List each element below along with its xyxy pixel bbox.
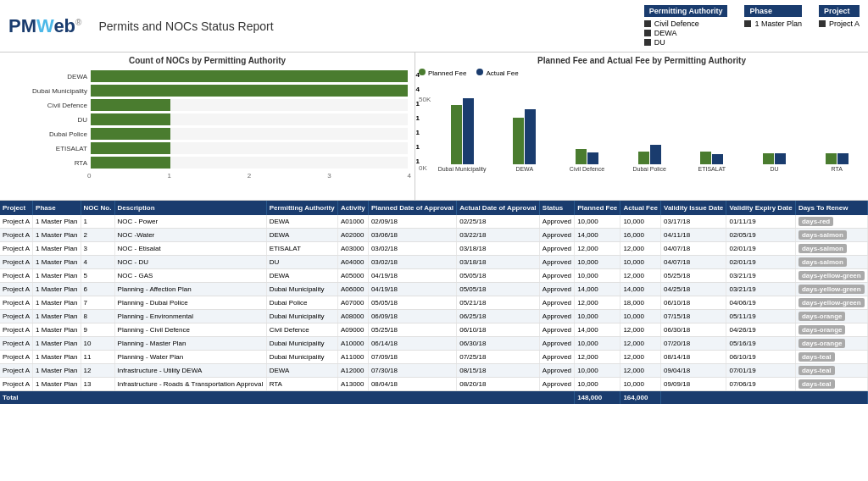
cell-7: 08/15/18 bbox=[457, 364, 540, 378]
bar-chart-left: DEWA 4 Dubai Municipality 4 Civil Defenc… bbox=[3, 69, 411, 170]
cell-11: 06/30/18 bbox=[660, 323, 726, 337]
bar-fill bbox=[91, 70, 408, 82]
cell-1: 1 Master Plan bbox=[33, 283, 81, 296]
cell-2: 8 bbox=[81, 310, 114, 323]
cell-3: Planning - Affection Plan bbox=[114, 283, 266, 296]
checkbox-civil-defence[interactable] bbox=[644, 20, 651, 27]
cell-8: Approved bbox=[539, 378, 574, 391]
footer-actual-fee: 164,000 bbox=[620, 391, 661, 405]
cell-12: 03/21/19 bbox=[726, 269, 795, 283]
cell-11: 09/09/18 bbox=[660, 378, 726, 391]
checkbox-du[interactable] bbox=[644, 39, 651, 46]
cell-0: Project A bbox=[0, 283, 33, 296]
cell-3: Planning - Water Plan bbox=[114, 351, 266, 364]
filter-project-a[interactable]: Project A bbox=[819, 19, 860, 28]
filters-area: Permitting Authority Civil Defence DEWA … bbox=[644, 5, 860, 47]
bar-group: ETISALAT bbox=[684, 152, 740, 172]
table-section[interactable]: Project Phase NOC No. Description Permit… bbox=[0, 201, 868, 481]
bar-group-pair bbox=[513, 109, 536, 164]
bar-group-label: Civil Defence bbox=[570, 166, 604, 172]
cell-3: Planning - Civil Defence bbox=[114, 323, 266, 337]
cell-2: 6 bbox=[81, 283, 114, 296]
cell-8: Approved bbox=[539, 351, 574, 364]
cell-12: 02/01/19 bbox=[726, 256, 795, 269]
col-planned-fee: Planned Fee bbox=[575, 201, 620, 215]
header: PMWeb® Permits and NOCs Status Report Pe… bbox=[0, 0, 868, 53]
cell-2: 10 bbox=[81, 337, 114, 351]
filter-du[interactable]: DU bbox=[644, 38, 728, 47]
table-row: Project A1 Master Plan8Planning - Enviro… bbox=[0, 310, 868, 323]
cell-7: 03/22/18 bbox=[457, 229, 540, 242]
cell-10: 14,000 bbox=[620, 283, 661, 296]
cell-9: 10,000 bbox=[575, 378, 620, 391]
filter-dewa[interactable]: DEWA bbox=[644, 29, 728, 37]
cell-9: 12,000 bbox=[575, 242, 620, 256]
cell-1: 1 Master Plan bbox=[33, 229, 81, 242]
bar-track: 1 bbox=[91, 113, 408, 125]
days-badge: days-teal bbox=[798, 352, 835, 362]
checkbox-dewa[interactable] bbox=[644, 30, 651, 36]
cell-1: 1 Master Plan bbox=[33, 364, 81, 378]
bar-value: 1 bbox=[416, 129, 420, 136]
col-phase: Phase bbox=[33, 201, 81, 215]
days-badge: days-yellow-green bbox=[798, 271, 865, 280]
cell-11: 04/07/18 bbox=[660, 242, 726, 256]
checkbox-project-a[interactable] bbox=[819, 20, 826, 27]
filter-master-plan-label: 1 Master Plan bbox=[754, 19, 802, 28]
cell-9: 14,000 bbox=[575, 229, 620, 242]
days-badge: days-red bbox=[798, 217, 833, 226]
bar-group-label: RTA bbox=[832, 166, 843, 172]
cell-days: days-yellow-green bbox=[795, 283, 867, 296]
cell-5: A09000 bbox=[337, 323, 368, 337]
cell-11: 07/20/18 bbox=[660, 337, 726, 351]
cell-5: A06000 bbox=[337, 283, 368, 296]
actual-bar bbox=[587, 152, 598, 164]
cell-7: 08/20/18 bbox=[457, 378, 540, 391]
logo-area: PMWeb® bbox=[8, 15, 81, 37]
cell-8: Approved bbox=[539, 337, 574, 351]
cell-9: 12,000 bbox=[575, 296, 620, 310]
cell-days: days-orange bbox=[795, 323, 867, 337]
cell-9: 14,000 bbox=[575, 323, 620, 337]
bar-value: 4 bbox=[416, 86, 420, 93]
cell-2: 9 bbox=[81, 323, 114, 337]
bar-group: DU bbox=[747, 153, 803, 172]
cell-2: 13 bbox=[81, 378, 114, 391]
bar-track: 1 bbox=[91, 157, 408, 169]
bar-row: RTA 1 bbox=[7, 157, 408, 169]
filter-civil-defence[interactable]: Civil Defence bbox=[644, 19, 728, 28]
cell-10: 10,000 bbox=[620, 256, 661, 269]
cell-10: 12,000 bbox=[620, 242, 661, 256]
planned-bar bbox=[576, 149, 587, 164]
cell-7: 03/18/18 bbox=[457, 242, 540, 256]
col-planned-date: Planned Date of Approval bbox=[368, 201, 456, 215]
chart-left-title: Count of NOCs by Permitting Authority bbox=[3, 56, 411, 65]
cell-9: 14,000 bbox=[575, 283, 620, 296]
cell-5: A11000 bbox=[337, 351, 368, 364]
bar-label: RTA bbox=[7, 159, 87, 167]
filter-master-plan[interactable]: 1 Master Plan bbox=[744, 19, 802, 28]
bar-label: ETISALAT bbox=[7, 145, 87, 152]
cell-5: A03000 bbox=[337, 242, 368, 256]
col-days-renew: Days To Renew bbox=[795, 201, 867, 215]
bar-groups: Dubai Municipality DEWA Civil Defence Du… bbox=[434, 98, 865, 172]
bar-group: Civil Defence bbox=[559, 149, 615, 172]
cell-1: 1 Master Plan bbox=[33, 215, 81, 229]
cell-7: 07/25/18 bbox=[457, 351, 540, 364]
checkbox-master-plan[interactable] bbox=[744, 20, 751, 27]
cell-0: Project A bbox=[0, 310, 33, 323]
cell-6: 05/05/18 bbox=[368, 296, 456, 310]
bar-row: DEWA 4 bbox=[7, 70, 408, 82]
cell-8: Approved bbox=[539, 269, 574, 283]
bar-group-label: Dubai Municipality bbox=[438, 166, 487, 172]
cell-2: 5 bbox=[81, 269, 114, 283]
bar-label: Dubai Police bbox=[7, 130, 87, 138]
filter-phase-items: 1 Master Plan bbox=[744, 19, 802, 28]
cell-11: 07/15/18 bbox=[660, 310, 726, 323]
cell-6: 04/19/18 bbox=[368, 283, 456, 296]
table-body: Project A1 Master Plan1NOC - PowerDEWAA0… bbox=[0, 215, 868, 391]
filter-project-a-label: Project A bbox=[829, 19, 860, 28]
cell-12: 01/11/19 bbox=[726, 215, 795, 229]
cell-1: 1 Master Plan bbox=[33, 310, 81, 323]
table-row: Project A1 Master Plan6Planning - Affect… bbox=[0, 283, 868, 296]
